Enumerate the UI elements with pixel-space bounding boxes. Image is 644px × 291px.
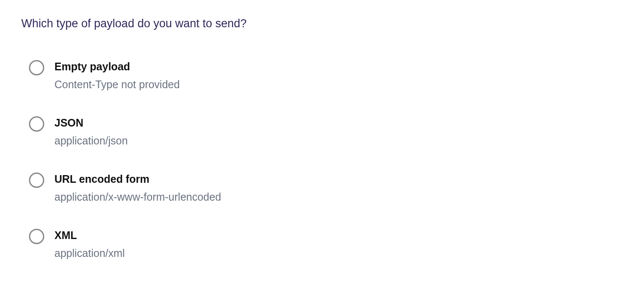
page-heading: Which type of payload do you want to sen… (21, 17, 623, 30)
option-title: XML (54, 229, 125, 242)
option-subtitle: Content-Type not provided (54, 78, 180, 91)
option-text: XML application/xml (54, 229, 125, 259)
option-json[interactable]: JSON application/json (29, 116, 623, 147)
payload-options-group: Empty payload Content-Type not provided … (21, 60, 623, 259)
option-empty-payload[interactable]: Empty payload Content-Type not provided (29, 60, 623, 91)
radio-icon (29, 173, 44, 188)
option-subtitle: application/json (54, 134, 128, 147)
radio-icon (29, 60, 44, 75)
option-xml[interactable]: XML application/xml (29, 229, 623, 259)
option-subtitle: application/x-www-form-urlencoded (54, 190, 221, 203)
option-text: JSON application/json (54, 116, 128, 147)
option-title: JSON (54, 116, 128, 129)
option-text: URL encoded form application/x-www-form-… (54, 173, 221, 203)
option-url-encoded-form[interactable]: URL encoded form application/x-www-form-… (29, 173, 623, 203)
option-text: Empty payload Content-Type not provided (54, 60, 180, 91)
option-title: URL encoded form (54, 173, 221, 185)
option-title: Empty payload (54, 60, 180, 73)
radio-icon (29, 229, 44, 244)
radio-icon (29, 116, 44, 132)
option-subtitle: application/xml (54, 247, 125, 259)
